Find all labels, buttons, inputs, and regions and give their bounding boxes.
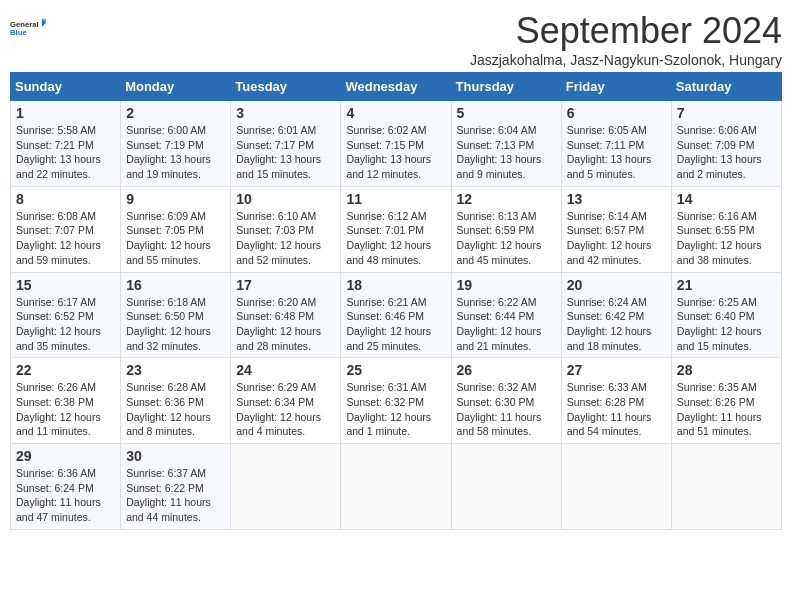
calendar-cell: 8Sunrise: 6:08 AM Sunset: 7:07 PM Daylig…: [11, 186, 121, 272]
calendar-cell: 20Sunrise: 6:24 AM Sunset: 6:42 PM Dayli…: [561, 272, 671, 358]
calendar-cell: [561, 444, 671, 530]
location-subtitle: Jaszjakohalma, Jasz-Nagykun-Szolonok, Hu…: [470, 52, 782, 68]
day-info: Sunrise: 6:18 AM Sunset: 6:50 PM Dayligh…: [126, 295, 225, 354]
calendar-cell: 17Sunrise: 6:20 AM Sunset: 6:48 PM Dayli…: [231, 272, 341, 358]
header-friday: Friday: [561, 73, 671, 101]
header-thursday: Thursday: [451, 73, 561, 101]
calendar-cell: 23Sunrise: 6:28 AM Sunset: 6:36 PM Dayli…: [121, 358, 231, 444]
day-info: Sunrise: 6:28 AM Sunset: 6:36 PM Dayligh…: [126, 380, 225, 439]
day-number: 16: [126, 277, 225, 293]
day-number: 19: [457, 277, 556, 293]
calendar-table: SundayMondayTuesdayWednesdayThursdayFrid…: [10, 72, 782, 530]
day-info: Sunrise: 6:16 AM Sunset: 6:55 PM Dayligh…: [677, 209, 776, 268]
header-wednesday: Wednesday: [341, 73, 451, 101]
calendar-cell: [671, 444, 781, 530]
day-number: 25: [346, 362, 445, 378]
day-number: 15: [16, 277, 115, 293]
calendar-cell: 10Sunrise: 6:10 AM Sunset: 7:03 PM Dayli…: [231, 186, 341, 272]
calendar-cell: 28Sunrise: 6:35 AM Sunset: 6:26 PM Dayli…: [671, 358, 781, 444]
calendar-cell: 27Sunrise: 6:33 AM Sunset: 6:28 PM Dayli…: [561, 358, 671, 444]
calendar-week-row: 15Sunrise: 6:17 AM Sunset: 6:52 PM Dayli…: [11, 272, 782, 358]
header-monday: Monday: [121, 73, 231, 101]
calendar-cell: 3Sunrise: 6:01 AM Sunset: 7:17 PM Daylig…: [231, 101, 341, 187]
day-info: Sunrise: 6:14 AM Sunset: 6:57 PM Dayligh…: [567, 209, 666, 268]
calendar-cell: 22Sunrise: 6:26 AM Sunset: 6:38 PM Dayli…: [11, 358, 121, 444]
day-info: Sunrise: 6:24 AM Sunset: 6:42 PM Dayligh…: [567, 295, 666, 354]
day-number: 21: [677, 277, 776, 293]
day-info: Sunrise: 6:37 AM Sunset: 6:22 PM Dayligh…: [126, 466, 225, 525]
calendar-week-row: 1Sunrise: 5:58 AM Sunset: 7:21 PM Daylig…: [11, 101, 782, 187]
day-number: 5: [457, 105, 556, 121]
day-info: Sunrise: 6:22 AM Sunset: 6:44 PM Dayligh…: [457, 295, 556, 354]
day-number: 14: [677, 191, 776, 207]
day-number: 8: [16, 191, 115, 207]
calendar-week-row: 22Sunrise: 6:26 AM Sunset: 6:38 PM Dayli…: [11, 358, 782, 444]
day-number: 20: [567, 277, 666, 293]
day-number: 1: [16, 105, 115, 121]
calendar-cell: 11Sunrise: 6:12 AM Sunset: 7:01 PM Dayli…: [341, 186, 451, 272]
day-info: Sunrise: 5:58 AM Sunset: 7:21 PM Dayligh…: [16, 123, 115, 182]
day-number: 18: [346, 277, 445, 293]
day-number: 22: [16, 362, 115, 378]
header-sunday: Sunday: [11, 73, 121, 101]
day-number: 17: [236, 277, 335, 293]
header-saturday: Saturday: [671, 73, 781, 101]
svg-text:Blue: Blue: [10, 28, 27, 37]
day-number: 10: [236, 191, 335, 207]
day-number: 11: [346, 191, 445, 207]
day-number: 12: [457, 191, 556, 207]
day-number: 29: [16, 448, 115, 464]
calendar-cell: 5Sunrise: 6:04 AM Sunset: 7:13 PM Daylig…: [451, 101, 561, 187]
calendar-cell: 25Sunrise: 6:31 AM Sunset: 6:32 PM Dayli…: [341, 358, 451, 444]
calendar-cell: 13Sunrise: 6:14 AM Sunset: 6:57 PM Dayli…: [561, 186, 671, 272]
day-info: Sunrise: 6:08 AM Sunset: 7:07 PM Dayligh…: [16, 209, 115, 268]
day-number: 28: [677, 362, 776, 378]
title-block: September 2024 Jaszjakohalma, Jasz-Nagyk…: [470, 10, 782, 68]
calendar-cell: 14Sunrise: 6:16 AM Sunset: 6:55 PM Dayli…: [671, 186, 781, 272]
day-info: Sunrise: 6:33 AM Sunset: 6:28 PM Dayligh…: [567, 380, 666, 439]
calendar-cell: 18Sunrise: 6:21 AM Sunset: 6:46 PM Dayli…: [341, 272, 451, 358]
day-info: Sunrise: 6:20 AM Sunset: 6:48 PM Dayligh…: [236, 295, 335, 354]
calendar-cell: 16Sunrise: 6:18 AM Sunset: 6:50 PM Dayli…: [121, 272, 231, 358]
day-info: Sunrise: 6:25 AM Sunset: 6:40 PM Dayligh…: [677, 295, 776, 354]
day-info: Sunrise: 6:06 AM Sunset: 7:09 PM Dayligh…: [677, 123, 776, 182]
day-number: 23: [126, 362, 225, 378]
calendar-cell: 1Sunrise: 5:58 AM Sunset: 7:21 PM Daylig…: [11, 101, 121, 187]
calendar-header-row: SundayMondayTuesdayWednesdayThursdayFrid…: [11, 73, 782, 101]
calendar-cell: 4Sunrise: 6:02 AM Sunset: 7:15 PM Daylig…: [341, 101, 451, 187]
day-number: 9: [126, 191, 225, 207]
calendar-cell: [451, 444, 561, 530]
day-number: 26: [457, 362, 556, 378]
day-info: Sunrise: 6:02 AM Sunset: 7:15 PM Dayligh…: [346, 123, 445, 182]
calendar-cell: 12Sunrise: 6:13 AM Sunset: 6:59 PM Dayli…: [451, 186, 561, 272]
calendar-cell: 15Sunrise: 6:17 AM Sunset: 6:52 PM Dayli…: [11, 272, 121, 358]
day-number: 13: [567, 191, 666, 207]
calendar-cell: 7Sunrise: 6:06 AM Sunset: 7:09 PM Daylig…: [671, 101, 781, 187]
month-title: September 2024: [470, 10, 782, 52]
day-info: Sunrise: 6:05 AM Sunset: 7:11 PM Dayligh…: [567, 123, 666, 182]
day-info: Sunrise: 6:09 AM Sunset: 7:05 PM Dayligh…: [126, 209, 225, 268]
calendar-cell: 24Sunrise: 6:29 AM Sunset: 6:34 PM Dayli…: [231, 358, 341, 444]
calendar-cell: 19Sunrise: 6:22 AM Sunset: 6:44 PM Dayli…: [451, 272, 561, 358]
day-info: Sunrise: 6:17 AM Sunset: 6:52 PM Dayligh…: [16, 295, 115, 354]
day-info: Sunrise: 6:31 AM Sunset: 6:32 PM Dayligh…: [346, 380, 445, 439]
header-tuesday: Tuesday: [231, 73, 341, 101]
day-info: Sunrise: 6:26 AM Sunset: 6:38 PM Dayligh…: [16, 380, 115, 439]
calendar-cell: 2Sunrise: 6:00 AM Sunset: 7:19 PM Daylig…: [121, 101, 231, 187]
logo-icon: General Blue: [10, 10, 46, 46]
calendar-cell: 30Sunrise: 6:37 AM Sunset: 6:22 PM Dayli…: [121, 444, 231, 530]
calendar-week-row: 29Sunrise: 6:36 AM Sunset: 6:24 PM Dayli…: [11, 444, 782, 530]
calendar-week-row: 8Sunrise: 6:08 AM Sunset: 7:07 PM Daylig…: [11, 186, 782, 272]
day-info: Sunrise: 6:01 AM Sunset: 7:17 PM Dayligh…: [236, 123, 335, 182]
day-number: 7: [677, 105, 776, 121]
day-info: Sunrise: 6:32 AM Sunset: 6:30 PM Dayligh…: [457, 380, 556, 439]
calendar-cell: 6Sunrise: 6:05 AM Sunset: 7:11 PM Daylig…: [561, 101, 671, 187]
calendar-cell: 26Sunrise: 6:32 AM Sunset: 6:30 PM Dayli…: [451, 358, 561, 444]
day-info: Sunrise: 6:00 AM Sunset: 7:19 PM Dayligh…: [126, 123, 225, 182]
day-info: Sunrise: 6:04 AM Sunset: 7:13 PM Dayligh…: [457, 123, 556, 182]
day-info: Sunrise: 6:29 AM Sunset: 6:34 PM Dayligh…: [236, 380, 335, 439]
day-number: 30: [126, 448, 225, 464]
day-info: Sunrise: 6:36 AM Sunset: 6:24 PM Dayligh…: [16, 466, 115, 525]
logo: General Blue: [10, 10, 46, 46]
svg-text:General: General: [10, 20, 39, 29]
